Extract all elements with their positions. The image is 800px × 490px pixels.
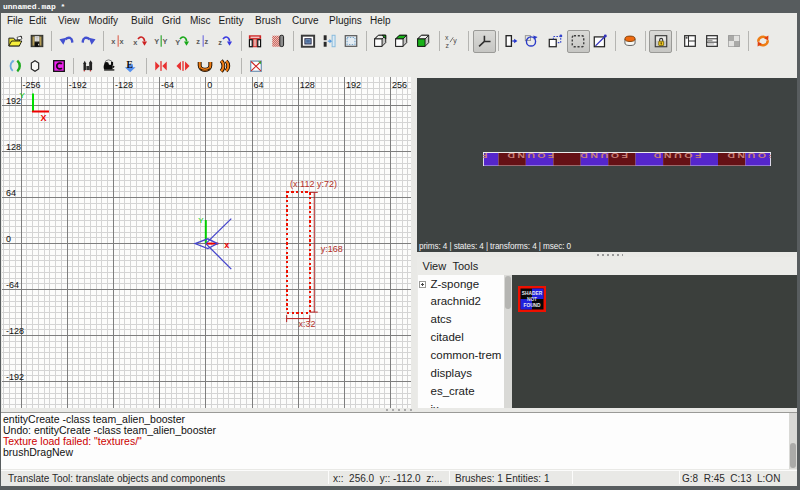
svg-text:SHADER: SHADER bbox=[521, 291, 542, 296]
svg-text:64: 64 bbox=[254, 80, 264, 90]
svg-text:x:32: x:32 bbox=[299, 319, 316, 329]
svg-text:128: 128 bbox=[300, 80, 315, 90]
svg-text:y: y bbox=[453, 37, 457, 45]
svg-text:z: z bbox=[445, 42, 449, 49]
svg-text:X: X bbox=[41, 113, 47, 123]
svg-text:FOUND: FOUND bbox=[523, 303, 541, 308]
svg-text:z: z bbox=[218, 38, 222, 47]
svg-text:E: E bbox=[127, 60, 133, 70]
svg-text:Y: Y bbox=[154, 37, 159, 46]
svg-text:z: z bbox=[196, 37, 200, 46]
svg-text:-64: -64 bbox=[161, 80, 174, 90]
svg-text:-128: -128 bbox=[115, 80, 133, 90]
svg-text:x: x bbox=[445, 34, 449, 41]
svg-text:Y: Y bbox=[175, 38, 180, 47]
svg-text:192: 192 bbox=[346, 80, 361, 90]
svg-text:(x:112 y:72): (x:112 y:72) bbox=[290, 179, 337, 189]
svg-text:0: 0 bbox=[207, 80, 212, 90]
svg-text:64: 64 bbox=[6, 188, 16, 198]
svg-text:-64: -64 bbox=[6, 280, 19, 290]
svg-text:y:168: y:168 bbox=[321, 244, 343, 254]
svg-text:x: x bbox=[119, 37, 124, 46]
svg-text:-256: -256 bbox=[23, 80, 41, 90]
svg-text:128: 128 bbox=[6, 142, 21, 152]
svg-text:FOUND: FOUND bbox=[578, 152, 628, 159]
svg-text:Y: Y bbox=[162, 37, 167, 46]
svg-text:x: x bbox=[111, 37, 116, 46]
svg-text:z: z bbox=[204, 37, 208, 46]
svg-text:x: x bbox=[224, 240, 229, 250]
svg-text:x: x bbox=[133, 38, 138, 47]
svg-text:NOT: NOT bbox=[526, 297, 536, 302]
svg-text:FOUND: FOUND bbox=[483, 152, 488, 159]
svg-text:Y: Y bbox=[20, 91, 26, 100]
svg-text:0: 0 bbox=[6, 234, 11, 244]
svg-text:256: 256 bbox=[392, 80, 407, 90]
svg-text:FOUND: FOUND bbox=[651, 152, 701, 159]
svg-text:-128: -128 bbox=[6, 326, 24, 336]
svg-text:Y: Y bbox=[198, 216, 204, 225]
svg-text:-192: -192 bbox=[6, 372, 24, 382]
svg-text:-192: -192 bbox=[69, 80, 87, 90]
svg-text:FOUND: FOUND bbox=[725, 152, 771, 159]
svg-text:FOUND: FOUND bbox=[505, 152, 554, 159]
